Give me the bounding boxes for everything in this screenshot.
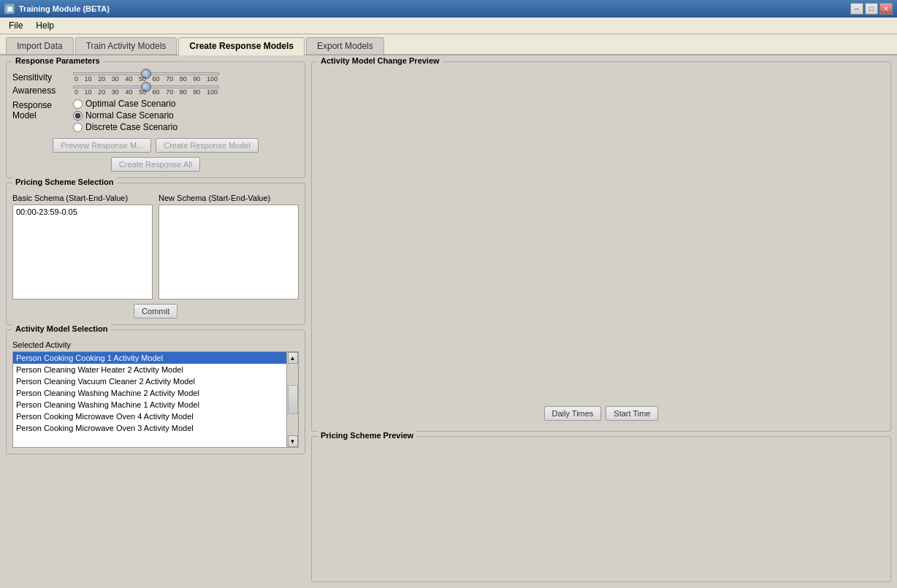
response-btn-row1: Preview Response M... Create Response Mo… xyxy=(12,138,299,153)
app-icon: ▣ xyxy=(4,4,15,14)
pricing-col1: Basic Schema (Start-End-Value) 00:00-23:… xyxy=(12,194,153,299)
radio-discrete[interactable] xyxy=(73,123,83,132)
main-content: Response Parameters Sensitivity 01020304… xyxy=(0,56,897,588)
activity-item-0[interactable]: Person Cooking Cooking 1 Activity Model xyxy=(13,352,286,364)
pricing-preview-box: Pricing Scheme Preview xyxy=(311,436,891,582)
activity-model-group: Activity Model Selection Selected Activi… xyxy=(6,329,305,454)
radio-optimal-label: Optimal Case Scenario xyxy=(85,99,175,109)
tab-create-response[interactable]: Create Response Models xyxy=(178,37,305,56)
radio-optimal[interactable] xyxy=(73,99,83,109)
awareness-ticks: 010203040 5060708090100 xyxy=(73,88,219,96)
activity-preview-content xyxy=(318,72,885,403)
response-parameters-title: Response Parameters xyxy=(12,56,103,65)
pricing-col2: New Schema (Start-End-Value) xyxy=(159,194,299,299)
pricing-list-new[interactable] xyxy=(159,205,299,299)
radio-normal[interactable] xyxy=(73,111,83,121)
tab-train-activity[interactable]: Train Activity Models xyxy=(75,37,178,54)
radio-normal-row: Normal Case Scenario xyxy=(73,110,178,121)
activity-list[interactable]: Person Cooking Cooking 1 Activity Model … xyxy=(13,352,286,447)
awareness-slider-container: 010203040 5060708090100 xyxy=(73,85,219,96)
activity-scrollbar[interactable]: ▲ ▼ xyxy=(286,352,298,447)
radio-optimal-row: Optimal Case Scenario xyxy=(73,99,178,109)
daily-times-button[interactable]: Daily Times xyxy=(544,406,602,421)
pricing-item-basic-0[interactable]: 00:00-23:59-0.05 xyxy=(15,207,150,217)
pricing-list-basic[interactable]: 00:00-23:59-0.05 xyxy=(12,205,153,299)
commit-btn-row: Commit xyxy=(12,304,299,318)
sensitivity-label: Sensitivity xyxy=(12,72,67,83)
response-parameters-group: Response Parameters Sensitivity 01020304… xyxy=(6,61,305,178)
awareness-row: Awareness 010203040 5060708090100 xyxy=(12,85,299,96)
tab-export-models[interactable]: Export Models xyxy=(306,37,384,54)
pricing-scheme-title: Pricing Scheme Selection xyxy=(12,177,117,186)
pricing-scheme-group: Pricing Scheme Selection Basic Schema (S… xyxy=(6,183,305,325)
activity-item-3[interactable]: Person Cleaning Washing Machine 2 Activi… xyxy=(13,387,286,399)
scroll-up-arrow[interactable]: ▲ xyxy=(288,352,298,364)
left-panel: Response Parameters Sensitivity 01020304… xyxy=(6,61,305,582)
minimize-button[interactable]: ─ xyxy=(850,3,863,15)
commit-button[interactable]: Commit xyxy=(134,304,178,318)
tab-bar: Import Data Train Activity Models Create… xyxy=(0,34,897,56)
sensitivity-slider-container: 010203040 5060708090100 xyxy=(73,72,219,83)
activity-preview-box: Activity Model Change Preview Daily Time… xyxy=(311,61,891,432)
close-button[interactable]: ✕ xyxy=(879,3,893,15)
scroll-thumb[interactable] xyxy=(288,385,298,414)
response-model-radios: Optimal Case Scenario Normal Case Scenar… xyxy=(73,99,178,134)
response-btn-row2: Create Response All xyxy=(12,157,299,172)
preview-buttons-row: Daily Times Start Time xyxy=(318,406,885,421)
right-panel: Activity Model Change Preview Daily Time… xyxy=(311,61,891,582)
pricing-col1-title: Basic Schema (Start-End-Value) xyxy=(12,194,153,202)
radio-normal-label: Normal Case Scenario xyxy=(85,110,174,121)
activity-item-4[interactable]: Person Cleaning Washing Machine 1 Activi… xyxy=(13,399,286,411)
menu-bar: File Help xyxy=(0,18,897,34)
preview-response-button[interactable]: Preview Response M... xyxy=(53,138,151,153)
scroll-down-arrow[interactable]: ▼ xyxy=(288,435,298,447)
menu-file[interactable]: File xyxy=(3,19,28,32)
title-bar: ▣ Training Module (BETA) ─ □ ✕ xyxy=(0,0,897,18)
start-time-button[interactable]: Start Time xyxy=(606,406,658,421)
response-model-section: Response Model Optimal Case Scenario Nor… xyxy=(12,99,299,134)
awareness-label: Awareness xyxy=(12,85,67,96)
radio-discrete-row: Discrete Case Scenario xyxy=(73,122,178,132)
sensitivity-row: Sensitivity 010203040 5060708090100 xyxy=(12,72,299,83)
menu-help[interactable]: Help xyxy=(30,19,60,32)
window-title: Training Module (BETA) xyxy=(19,4,110,13)
pricing-preview-content xyxy=(318,447,885,576)
activity-model-title: Activity Model Selection xyxy=(12,324,111,333)
maximize-button[interactable]: □ xyxy=(865,3,878,15)
pricing-preview-title: Pricing Scheme Preview xyxy=(318,431,416,440)
selected-activity-label: Selected Activity xyxy=(12,340,299,349)
pricing-col2-title: New Schema (Start-End-Value) xyxy=(159,194,299,202)
activity-preview-title: Activity Model Change Preview xyxy=(318,56,443,65)
activity-item-1[interactable]: Person Cleaning Water Heater 2 Activity … xyxy=(13,364,286,375)
activity-item-6[interactable]: Person Cooking Microwave Oven 3 Activity… xyxy=(13,422,286,434)
radio-discrete-label: Discrete Case Scenario xyxy=(85,122,178,132)
create-response-all-button[interactable]: Create Response All xyxy=(111,157,200,172)
response-model-label: Response Model xyxy=(12,99,67,121)
activity-list-wrapper: Person Cooking Cooking 1 Activity Model … xyxy=(12,351,299,448)
activity-item-5[interactable]: Person Cooking Microwave Oven 4 Activity… xyxy=(13,411,286,422)
pricing-columns: Basic Schema (Start-End-Value) 00:00-23:… xyxy=(12,194,299,299)
tab-import-data[interactable]: Import Data xyxy=(6,37,74,54)
create-response-button[interactable]: Create Response Model xyxy=(156,138,259,153)
activity-item-2[interactable]: Person Cleaning Vacuum Cleaner 2 Activit… xyxy=(13,375,286,387)
